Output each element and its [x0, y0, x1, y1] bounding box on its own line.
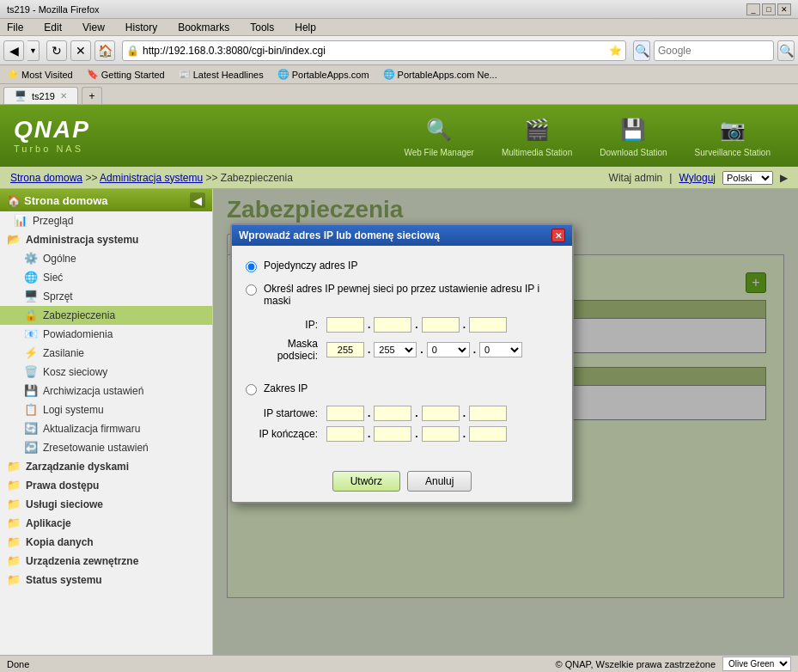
search-submit-icon[interactable]: 🔍 [777, 40, 795, 61]
start-ip-octet1[interactable] [326, 406, 364, 421]
status-text: Done [7, 659, 29, 669]
sidebar-item-reset[interactable]: ↩️ Zresetowanie ustawień [0, 438, 212, 457]
back-button[interactable]: ◀ [3, 40, 24, 61]
single-ip-radio[interactable] [246, 261, 257, 272]
sidebar-item-archiwizacja[interactable]: 💾 Archiwizacja ustawień [0, 382, 212, 400]
sidebar-item-uslugi[interactable]: 📁 Usługi sieciowe [0, 495, 212, 514]
sidebar-label-kosz: Kosz sieciowy [43, 366, 107, 378]
sidebar-toggle-button[interactable]: ◀ [190, 192, 205, 208]
sidebar-label-urzadzenia: Urządzenia zewnętrzne [26, 555, 138, 567]
main-area: 🏠 Strona domowa ◀ 📊 Przegląd 📂 Administr… [0, 189, 798, 655]
sidebar-label-siec: Sieć [43, 272, 63, 284]
menu-view[interactable]: View [79, 20, 108, 35]
download-station-app[interactable]: 💾 Download Station [586, 107, 680, 165]
sidebar-item-kosz[interactable]: 🗑️ Kosz sieciowy [0, 363, 212, 382]
sidebar-item-zabezpieczenia[interactable]: 🔒 Zabezpieczenia [0, 306, 212, 325]
url-input[interactable] [143, 45, 609, 57]
tab-close-icon[interactable]: ✕ [60, 91, 67, 101]
sidebar-item-ogolne[interactable]: ⚙️ Ogólne [0, 249, 212, 268]
dialog-overlay: Wprowadź adres IP lub domenę sieciową ✕ … [213, 189, 798, 655]
search-icon: 🔍 [633, 40, 650, 61]
multimedia-station-app[interactable]: 🎬 Multimedia Station [488, 107, 586, 165]
end-ip-octet4[interactable] [469, 426, 507, 442]
security-icon: 🔒 [126, 45, 139, 57]
dialog-close-button[interactable]: ✕ [551, 229, 565, 242]
qnap-logo: QNAP Turbo NAS [14, 118, 90, 154]
ip-range-label: Zakres IP [264, 382, 308, 394]
sidebar-item-status[interactable]: 📁 Status systemu [0, 571, 212, 590]
ip-octet4[interactable] [469, 317, 507, 333]
menu-tools[interactable]: Tools [247, 20, 277, 35]
content-area: Zabezpieczenia POZIOM ZABEZPIECZENIA. OC… [213, 189, 798, 655]
sidebar-item-urzadzenia[interactable]: 📁 Urządzenia zewnętrzne [0, 552, 212, 571]
url-bar-container: 🔒 ⭐ [122, 40, 626, 61]
ip-range-option: Zakres IP [246, 382, 558, 395]
bookmark-portableapps-ne[interactable]: 🌐 PortableApps.com Ne... [380, 67, 501, 82]
sidebar-item-powiadomienia[interactable]: 📧 Powiadomienia [0, 325, 212, 344]
sidebar-item-przeglad[interactable]: 📊 Przegląd [0, 211, 212, 230]
web-file-manager-app[interactable]: 🔍 Web File Manager [390, 107, 488, 165]
sidebar-item-kopia[interactable]: 📁 Kopia danych [0, 533, 212, 552]
sidebar-item-dyski[interactable]: 📁 Zarządzanie dyskami [0, 457, 212, 476]
minimize-button[interactable]: _ [746, 3, 760, 15]
bookmark-getting-started[interactable]: 🔖 Getting Started [83, 67, 168, 82]
end-ip-octet3[interactable] [422, 426, 460, 442]
browser-tab-ts219[interactable]: 🖥️ ts219 ✕ [3, 87, 78, 104]
sidebar-item-aplikacje[interactable]: 📁 Aplikacje [0, 514, 212, 533]
reload-button[interactable]: ↻ [46, 40, 67, 61]
mask-fourth-select[interactable]: 0128 [479, 342, 522, 357]
ip-octet1[interactable] [326, 317, 364, 333]
sidebar-item-logi[interactable]: 📋 Logi systemu [0, 400, 212, 419]
search-input[interactable] [654, 40, 774, 61]
menu-history[interactable]: History [122, 20, 161, 35]
browser-toolbar: ◀ ▼ ↻ ✕ 🏠 🔒 ⭐ 🔍 🔍 [0, 36, 798, 65]
start-ip-octet3[interactable] [422, 406, 460, 421]
start-ip-octet4[interactable] [469, 406, 507, 421]
sidebar-item-prawa[interactable]: 📁 Prawa dostępu [0, 476, 212, 495]
breadcrumb-home[interactable]: Strona domowa [10, 172, 82, 184]
admin-folder-icon: 📂 [7, 233, 21, 247]
mask-second-select[interactable]: 255254252 [374, 342, 417, 357]
end-ip-octet2[interactable] [374, 426, 411, 442]
restore-button[interactable]: □ [762, 3, 776, 15]
ip-octet2[interactable] [374, 317, 411, 333]
sidebar-label-logi: Logi systemu [43, 404, 104, 416]
logout-link[interactable]: Wyloguj [679, 172, 716, 184]
ip-octet3[interactable] [422, 317, 460, 333]
sidebar: 🏠 Strona domowa ◀ 📊 Przegląd 📂 Administr… [0, 189, 213, 655]
create-button[interactable]: Utwórz [332, 471, 400, 492]
bookmark-portableapps[interactable]: 🌐 PortableApps.com [274, 67, 373, 82]
home-button[interactable]: 🏠 [94, 40, 115, 61]
theme-select[interactable]: Olive Green Blue [722, 657, 791, 671]
end-ip-octet1[interactable] [326, 426, 364, 442]
network-mask-radio[interactable] [246, 284, 257, 296]
stop-button[interactable]: ✕ [70, 40, 91, 61]
sidebar-item-siec[interactable]: 🌐 Sieć [0, 268, 212, 287]
menu-bookmarks[interactable]: Bookmarks [174, 20, 233, 35]
cancel-button[interactable]: Anuluj [407, 471, 472, 492]
menu-edit[interactable]: Edit [40, 20, 65, 35]
start-ip-octet2[interactable] [374, 406, 411, 421]
sidebar-item-sprzet[interactable]: 🖥️ Sprzęt [0, 287, 212, 306]
mask-value[interactable] [326, 342, 364, 357]
surveillance-station-app[interactable]: 📷 Surveillance Station [681, 107, 784, 165]
network-mask-label: Określ adres IP pewnej sieci po przez us… [264, 283, 558, 307]
sidebar-item-aktualizacja[interactable]: 🔄 Aktualizacja firmwaru [0, 419, 212, 438]
ip-range-radio[interactable] [246, 384, 257, 395]
web-icon: 🌐 [277, 69, 289, 80]
breadcrumb-admin[interactable]: Administracja systemu [100, 172, 203, 184]
bookmark-latest-headlines[interactable]: 📰 Latest Headlines [175, 67, 267, 82]
qnap-header: QNAP Turbo NAS 🔍 Web File Manager 🎬 Mult… [0, 105, 798, 167]
sidebar-item-zasilanie[interactable]: ⚡ Zasilanie [0, 344, 212, 363]
sidebar-label-sprzet: Sprzęt [43, 290, 73, 302]
end-ip-label: IP kończące: [246, 428, 323, 440]
bookmark-most-visited[interactable]: ⭐ Most Visited [3, 67, 76, 82]
menu-help[interactable]: Help [291, 20, 320, 35]
menu-file[interactable]: File [3, 20, 27, 35]
close-button[interactable]: ✕ [777, 3, 791, 15]
sidebar-item-admin[interactable]: 📂 Administracja systemu [0, 230, 212, 249]
qnap-app: QNAP Turbo NAS 🔍 Web File Manager 🎬 Mult… [0, 105, 798, 655]
language-select[interactable]: Polski English [722, 171, 773, 185]
new-tab-button[interactable]: + [82, 87, 102, 104]
mask-third-select[interactable]: 0128192 [427, 342, 470, 357]
